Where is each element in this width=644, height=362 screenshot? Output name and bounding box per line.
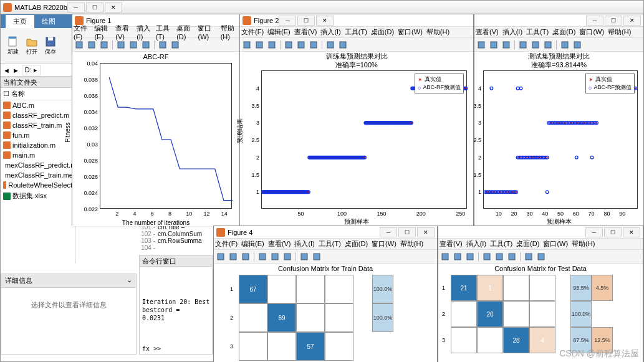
fig1-axes[interactable]: 24681012140.0220.0240.0260.0280.030.0320… [100,63,232,209]
minimize-button[interactable]: ─ [585,227,603,237]
figure-2-window[interactable]: Figure 2 ─☐✕ 文件(F)编辑(E)查看(V)插入(I)工具(T)桌面… [239,14,474,226]
menu-item[interactable]: 桌面(D) [371,27,394,37]
menu-item[interactable]: 桌面(D) [176,24,194,40]
figure-5-window[interactable]: ─☐✕ 查看(V)插入(I)工具(T)桌面(D)窗口(W)帮助(H) Confu… [438,226,643,361]
minimize-button[interactable]: ─ [67,2,85,12]
menu-item[interactable]: 插入(I) [466,239,486,249]
rotate-icon[interactable] [299,251,310,262]
zoom-icon[interactable] [269,251,281,262]
menu-item[interactable]: 插入(I) [137,24,152,40]
menu-item[interactable]: 文件(F) [74,24,90,40]
datatip-icon[interactable] [536,251,547,262]
figure-1-window[interactable]: Figure 1 文件(F)编辑(E)查看(V)插入(I)工具(T)桌面(D)窗… [72,14,240,226]
print-icon[interactable] [266,39,277,50]
nav-back-icon[interactable]: ◄ [3,67,10,74]
save-icon[interactable] [254,39,265,50]
save-icon[interactable] [228,251,239,262]
rotate-icon[interactable] [523,251,534,262]
menu-item[interactable]: 帮助(H) [400,239,423,249]
file-item[interactable]: ABC.m [1,100,75,110]
datatip-icon[interactable] [311,251,322,262]
fig3-legend[interactable]: ✶真实值 ○ABC-RF预测值 [585,74,635,93]
save-icon[interactable] [452,251,463,262]
close-button[interactable]: ✕ [623,227,640,237]
new-file-icon[interactable] [476,39,487,50]
zoom-icon[interactable] [494,251,505,262]
menu-item[interactable]: 插入(I) [502,27,522,37]
menu-item[interactable]: 查看(V) [476,27,499,37]
nav-fwd-icon[interactable]: ► [12,67,19,74]
datatip-icon[interactable] [170,39,181,50]
menu-item[interactable]: 查看(V) [440,239,463,249]
menu-item[interactable]: 工具(T) [156,24,173,40]
menu-item[interactable]: 帮助(H) [608,27,631,37]
menu-item[interactable]: 插入(I) [294,239,314,249]
menu-item[interactable]: 插入(I) [320,27,340,37]
menu-item[interactable]: 查看(V) [294,27,317,37]
zoom-icon[interactable] [530,39,541,50]
tab-plot[interactable]: 绘图 [34,15,63,28]
menu-item[interactable]: 工具(T) [319,239,341,249]
print-icon[interactable] [99,39,110,50]
new-file-icon[interactable] [440,251,451,262]
pan-icon[interactable] [282,251,293,262]
pan-icon[interactable] [308,39,319,50]
menu-item[interactable]: 查看(V) [115,24,133,40]
command-window[interactable]: 命令行窗口 Iteration 20: Bestbestcord = 0.023… [139,255,213,355]
new-file-icon[interactable] [241,39,252,50]
pan-icon[interactable] [542,39,554,50]
menu-item[interactable]: 窗口(W) [198,24,216,40]
open-button[interactable]: 打开 [23,34,41,59]
menu-item[interactable]: 工具(T) [345,27,367,37]
pointer-icon[interactable] [517,39,529,50]
file-item[interactable]: mexClassRF_predict.m [1,160,75,170]
new-file-icon[interactable] [74,39,85,50]
maximize-button[interactable]: ☐ [604,227,622,237]
minimize-button[interactable]: ─ [586,16,603,26]
figure-3-window[interactable]: ─☐✕ 查看(V)插入(I)工具(T)桌面(D)窗口(W)帮助(H) 测试集预测… [474,14,644,226]
menu-item[interactable]: 工具(T) [490,239,512,249]
maximize-button[interactable]: ☐ [398,227,416,237]
menu-item[interactable]: 文件(F) [215,239,238,249]
new-file-icon[interactable] [215,251,226,262]
fig3-axes[interactable]: ✶真实值 ○ABC-RF预测值 10203040506070809011.522… [483,70,638,209]
menu-item[interactable]: 编辑(E) [267,27,291,37]
menu-item[interactable]: 编辑(E) [241,239,264,249]
pan-icon[interactable] [140,39,151,50]
minimize-button[interactable]: ─ [279,16,296,26]
menu-item[interactable]: 窗口(W) [372,239,396,249]
new-button[interactable]: 新建 [4,34,22,59]
tab-home[interactable]: 主页 [6,15,34,28]
file-item[interactable]: 数据集.xlsx [1,190,75,202]
close-button[interactable]: ✕ [623,16,641,26]
figure-2-titlebar[interactable]: Figure 2 ─☐✕ [240,14,473,27]
menu-item[interactable]: 工具(T) [526,27,549,37]
save-icon[interactable] [86,39,97,50]
file-item[interactable]: RouletteWheelSelect [1,180,75,190]
menu-item[interactable]: 桌面(D) [552,27,575,37]
file-item[interactable]: main.m [1,150,75,160]
zoom-icon[interactable] [128,39,139,50]
menu-item[interactable]: 桌面(D) [345,239,368,249]
menu-item[interactable]: 编辑(E) [94,24,112,40]
menu-item[interactable]: 帮助(H) [221,24,238,40]
close-button[interactable]: ✕ [105,2,122,12]
pointer-icon[interactable] [115,39,127,50]
menu-item[interactable]: 窗口(W) [543,239,568,249]
close-button[interactable]: ✕ [417,227,435,237]
save-icon[interactable] [488,39,499,50]
datatip-icon[interactable] [572,39,583,50]
pointer-icon[interactable] [257,251,268,262]
figure-4-window[interactable]: Figure 4 ─☐✕ 文件(F)编辑(E)查看(V)插入(I)工具(T)桌面… [213,226,438,361]
figure-4-titlebar[interactable]: Figure 4 ─☐✕ [214,226,437,239]
menu-item[interactable]: 文件(F) [241,27,264,37]
zoom-icon[interactable] [296,39,307,50]
maximize-button[interactable]: ☐ [86,2,103,12]
save-button[interactable]: 保存 [42,34,59,59]
rotate-icon[interactable] [325,39,336,50]
menu-item[interactable]: 窗口(W) [398,27,423,37]
maximize-button[interactable]: ☐ [297,16,315,26]
close-button[interactable]: ✕ [316,16,334,26]
command-prompt[interactable]: fx >> [140,345,163,353]
pointer-icon[interactable] [481,251,493,262]
